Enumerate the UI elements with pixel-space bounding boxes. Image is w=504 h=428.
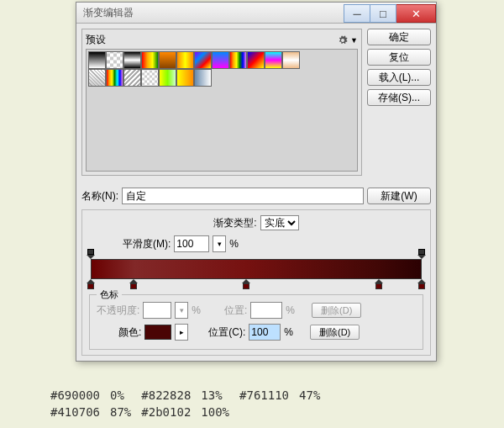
opacity-position-label: 位置: [224,304,247,318]
presets-panel: 预设 ▼ [81,29,362,176]
opacity-input [143,302,171,319]
new-button[interactable]: 新建(W) [367,188,431,204]
preset-swatch[interactable] [247,51,265,69]
preset-swatch[interactable] [194,51,212,69]
table-row: #41070687% #2b0102100% [50,404,330,420]
gradient-bar[interactable] [91,259,422,279]
color-stop[interactable] [375,279,383,289]
gradient-editor-dialog: 渐变编辑器 ─ □ ✕ 预设 ▼ [76,2,437,362]
preset-swatch[interactable] [123,69,141,87]
preset-swatch[interactable] [88,51,106,69]
preset-swatch[interactable] [159,51,176,69]
opacity-stop[interactable] [417,251,426,259]
maximize-button[interactable]: □ [370,4,396,23]
opacity-label: 不透明度: [97,304,139,318]
color-label: 颜色: [118,325,141,340]
preset-swatch[interactable] [176,69,194,87]
preset-swatch[interactable] [282,51,300,69]
gear-icon[interactable] [337,34,349,46]
preset-swatch[interactable] [141,51,159,69]
presets-label: 预设 [86,33,337,47]
presets-menu-arrow-icon[interactable]: ▼ [350,36,358,45]
titlebar[interactable]: 渐变编辑器 ─ □ ✕ [76,3,436,24]
preset-swatch[interactable] [106,69,123,87]
gradient-type-label: 渐变类型: [213,216,256,230]
name-input[interactable] [122,188,364,204]
preset-swatch[interactable] [229,51,247,69]
name-label: 名称(N): [81,189,118,203]
color-stop[interactable] [242,279,250,289]
close-button[interactable]: ✕ [396,4,436,23]
opacity-position-unit: % [286,304,295,316]
color-well[interactable] [144,325,171,340]
window-buttons: ─ □ ✕ [344,4,436,21]
color-position-unit: % [284,326,293,338]
opacity-position-input [250,302,282,319]
preset-swatches[interactable] [86,49,358,172]
delete-opacity-stop-button: 删除(D) [312,303,361,318]
preset-swatch[interactable] [106,51,123,69]
gradient-settings-panel: 渐变类型: 实底 平滑度(M): ▾ % [81,209,431,356]
smoothness-input[interactable] [174,235,209,252]
color-position-input[interactable] [249,324,281,341]
color-stop[interactable] [129,279,138,289]
preset-swatch[interactable] [141,69,159,87]
smoothness-dropdown-icon[interactable]: ▾ [213,235,226,252]
stops-group: 色标 不透明度: ▾ % 位置: % 删除(D) 颜色: [89,294,423,350]
gradient-type-select[interactable]: 实底 [260,215,299,230]
preset-swatch[interactable] [265,51,282,69]
reset-button[interactable]: 复位 [367,49,431,66]
preset-swatch[interactable] [88,69,106,87]
color-stop[interactable] [87,279,95,289]
save-button[interactable]: 存储(S)... [367,89,431,106]
color-stop[interactable] [417,279,426,289]
preset-swatch[interactable] [123,51,141,69]
delete-color-stop-button[interactable]: 删除(D) [310,325,360,340]
minimize-button[interactable]: ─ [344,4,370,23]
color-dropdown-icon[interactable]: ▸ [175,324,188,341]
ok-button[interactable]: 确定 [367,29,431,45]
smoothness-label: 平滑度(M): [123,237,171,251]
color-position-label: 位置(C): [208,325,245,340]
preset-swatch[interactable] [194,69,212,87]
load-button[interactable]: 载入(L)... [367,69,431,86]
preset-swatch[interactable] [212,51,229,69]
smoothness-unit: % [229,238,239,250]
opacity-unit: % [192,304,201,316]
table-row: #6900000% #82282813% #76111047% [50,387,330,404]
opacity-stop[interactable] [87,251,95,259]
preset-swatch[interactable] [159,69,176,87]
opacity-dropdown-icon: ▾ [175,302,188,319]
preset-swatch[interactable] [176,51,194,69]
stops-readout: #6900000% #82282813% #76111047% #4107068… [50,387,470,420]
stops-legend: 色标 [97,288,122,301]
window-title: 渐变编辑器 [83,6,344,20]
